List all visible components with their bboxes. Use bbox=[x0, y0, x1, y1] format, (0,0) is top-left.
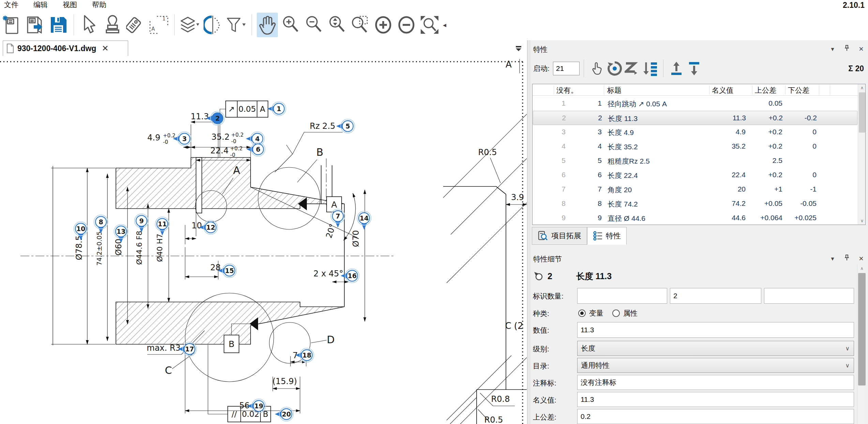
column-header-lower[interactable]: 下公差 bbox=[788, 86, 809, 95]
scroll-down-icon[interactable]: ∨ bbox=[858, 217, 866, 225]
svg-text:13: 13 bbox=[117, 228, 125, 235]
balloon-18[interactable]: 18 bbox=[295, 348, 314, 362]
cell: 角度 20 bbox=[608, 185, 632, 195]
column-header-nominal[interactable]: 名义值 bbox=[712, 86, 733, 95]
pointer-icon[interactable] bbox=[588, 60, 606, 77]
balloon-6[interactable]: 6 bbox=[246, 142, 265, 156]
menu-edit[interactable]: 编辑 bbox=[33, 0, 48, 10]
column-header-title[interactable]: 标题 bbox=[607, 86, 622, 95]
nominal-input[interactable] bbox=[577, 392, 854, 407]
svg-text:Ø44.6 F8: Ø44.6 F8 bbox=[135, 231, 144, 265]
app-version: 2.10.1 bbox=[843, 1, 865, 10]
svg-text:↗: ↗ bbox=[228, 105, 235, 113]
cell: 1 bbox=[545, 99, 566, 107]
replay-icon[interactable] bbox=[606, 60, 624, 77]
renumber-icon[interactable] bbox=[624, 60, 641, 77]
scroll-up-icon[interactable]: ∧ bbox=[857, 265, 866, 272]
table-row[interactable]: 22长度 11.311.3+0.2-0.2 bbox=[533, 111, 857, 125]
capture-region-tool-button[interactable]: 1A bbox=[148, 13, 169, 37]
list-order-icon[interactable] bbox=[641, 60, 659, 77]
menu-view[interactable]: 视图 bbox=[63, 0, 77, 10]
menu-file[interactable]: 文件 bbox=[4, 0, 18, 10]
balloon-8[interactable]: 8 bbox=[94, 215, 108, 234]
svg-text:C (2: C (2 bbox=[505, 321, 523, 331]
mirror-tool-button[interactable] bbox=[203, 13, 224, 37]
column-header-upper[interactable]: 上公差 bbox=[755, 86, 776, 95]
id-count-input-3[interactable] bbox=[764, 288, 854, 304]
balloon-16[interactable]: 16 bbox=[341, 269, 359, 283]
increase-button[interactable] bbox=[373, 13, 394, 37]
cell: 长度 4.9 bbox=[608, 128, 634, 137]
new-document-button[interactable] bbox=[1, 13, 23, 37]
catalog-dropdown[interactable]: 通用特性 ∨ bbox=[577, 358, 854, 373]
start-input[interactable] bbox=[553, 62, 580, 75]
document-tab-bar: 930-1200-406-V1.dwg ✕ bbox=[0, 40, 527, 56]
import-icon[interactable] bbox=[668, 60, 685, 77]
id-count-input-2[interactable] bbox=[670, 288, 761, 304]
radio-variable[interactable] bbox=[578, 309, 586, 317]
svg-text:Ø78.5: Ø78.5 bbox=[74, 236, 84, 260]
select-tool-button[interactable] bbox=[79, 13, 100, 37]
cell: +0.025 bbox=[779, 214, 817, 222]
layers-tool-button[interactable] bbox=[179, 13, 200, 37]
note-input[interactable] bbox=[577, 375, 854, 390]
class-dropdown[interactable]: 长度 ∨ bbox=[577, 341, 854, 356]
svg-text:20°: 20° bbox=[324, 223, 338, 239]
column-header-no[interactable]: 没有。 bbox=[556, 86, 578, 95]
tab-close-icon[interactable]: ✕ bbox=[102, 44, 108, 53]
panel-menu-icon[interactable]: ▾ bbox=[829, 45, 836, 53]
pin-icon[interactable] bbox=[843, 255, 850, 262]
zoom-fit-tool-button[interactable] bbox=[419, 13, 440, 37]
zoom-dynamic-tool-button[interactable] bbox=[326, 13, 347, 37]
table-row[interactable]: 33长度 4.94.9+0.20 bbox=[533, 125, 857, 139]
cell: 6 bbox=[545, 171, 566, 179]
value-input[interactable] bbox=[577, 322, 854, 338]
close-panel-icon[interactable]: ✕ bbox=[858, 255, 865, 262]
export-icon[interactable] bbox=[685, 60, 703, 77]
tab-characteristics[interactable]: 特性 bbox=[587, 227, 627, 245]
table-row[interactable]: 55粗糙度Rz 2.52.5 bbox=[533, 154, 857, 168]
filter-tool-button[interactable] bbox=[226, 13, 247, 37]
decrease-button[interactable] bbox=[396, 13, 417, 37]
stamp-tool-button[interactable] bbox=[102, 13, 123, 37]
cell: 2 bbox=[545, 114, 566, 122]
zoom-window-tool-button[interactable] bbox=[349, 13, 371, 37]
balloon-11[interactable]: 11 bbox=[155, 217, 169, 236]
tab-project-expand[interactable]: 项目拓展 bbox=[532, 227, 587, 245]
panel-menu-icon[interactable]: ▾ bbox=[829, 255, 836, 262]
window-list-icon[interactable] bbox=[513, 44, 524, 53]
table-row[interactable]: 99直径 Ø 44.644.6+0.064+0.025 bbox=[533, 211, 857, 225]
panel-splitter[interactable] bbox=[527, 40, 530, 424]
document-tab[interactable]: 930-1200-406-V1.dwg ✕ bbox=[3, 41, 128, 56]
menu-help[interactable]: 帮助 bbox=[92, 0, 106, 10]
save-button[interactable] bbox=[48, 13, 69, 37]
balloon-1[interactable]: 1 bbox=[267, 102, 286, 116]
detail-scrollbar[interactable]: ∧ bbox=[857, 265, 866, 424]
open-document-button[interactable] bbox=[25, 13, 46, 37]
close-panel-icon[interactable]: ✕ bbox=[858, 45, 865, 53]
balloon-5[interactable]: 5 bbox=[336, 119, 355, 133]
zoom-in-tool-button[interactable] bbox=[280, 13, 301, 37]
table-row[interactable]: 11径向跳动 ↗ 0.05 A0.05 bbox=[533, 96, 857, 111]
tag-tool-button[interactable] bbox=[125, 13, 146, 37]
table-scrollbar[interactable]: ∧ ∨ bbox=[858, 84, 866, 225]
pan-hand-tool-button[interactable] bbox=[257, 13, 278, 37]
id-count-input-1[interactable] bbox=[577, 288, 667, 304]
balloon-3[interactable]: 3 bbox=[173, 132, 192, 146]
balloon-14[interactable]: 14 bbox=[357, 211, 371, 230]
scroll-up-icon[interactable]: ∧ bbox=[858, 84, 866, 92]
table-row[interactable]: 66长度 22.422.4+0.20 bbox=[533, 168, 857, 182]
table-row[interactable]: 77角度 2020+1-1 bbox=[533, 182, 857, 197]
table-row[interactable]: 88长度 74.274.2+0.05-0.05 bbox=[533, 197, 857, 211]
balloon-20[interactable]: 20 bbox=[275, 407, 294, 421]
collapse-toolbar-icon[interactable]: ◂ bbox=[443, 21, 446, 29]
upper-tolerance-input[interactable] bbox=[577, 409, 854, 424]
zoom-out-tool-button[interactable] bbox=[303, 13, 324, 37]
balloon-9[interactable]: 9 bbox=[135, 214, 149, 233]
main-toolbar: 1A bbox=[0, 10, 868, 40]
drawing-canvas[interactable]: ↗0.05A//0.02B AB 11.34.9+0.2-035.2+0.2-0… bbox=[0, 56, 527, 424]
radio-attribute[interactable] bbox=[612, 309, 620, 317]
balloon-total-count: Σ 20 bbox=[848, 64, 864, 73]
table-row[interactable]: 44长度 35.235.2+0.20 bbox=[533, 139, 857, 154]
pin-icon[interactable] bbox=[843, 45, 850, 53]
